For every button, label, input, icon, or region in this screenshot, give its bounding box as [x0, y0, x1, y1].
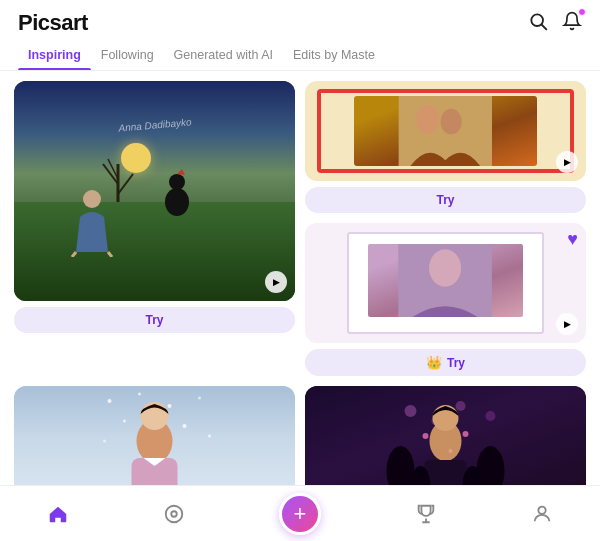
card-1[interactable]: Anna Dadibayko ▶ Try: [14, 81, 295, 376]
nav-explore[interactable]: [163, 503, 185, 525]
polaroid-photo: [368, 244, 522, 318]
card-3-play[interactable]: ▶: [556, 313, 578, 335]
svg-point-7: [169, 174, 185, 190]
svg-line-11: [108, 252, 112, 257]
svg-point-44: [538, 506, 545, 513]
polaroid-frame: [347, 232, 544, 334]
nav-tabs: Inspiring Following Generated with AI Ed…: [0, 42, 600, 71]
svg-point-23: [103, 440, 106, 443]
svg-marker-8: [177, 169, 185, 175]
header-icons: [528, 11, 582, 36]
tab-inspiring[interactable]: Inspiring: [18, 42, 91, 70]
svg-point-24: [208, 435, 211, 438]
svg-point-39: [423, 433, 429, 439]
card-2[interactable]: ▶ Try: [305, 81, 586, 213]
header: Picsart: [0, 0, 600, 42]
svg-point-28: [405, 405, 417, 417]
nav-home[interactable]: [47, 503, 69, 525]
svg-point-29: [456, 401, 466, 411]
card-2-image: ▶: [305, 81, 586, 181]
crown-icon: 👑: [426, 355, 442, 370]
svg-point-16: [429, 249, 461, 286]
card-1-image: Anna Dadibayko ▶: [14, 81, 295, 301]
card-2-play[interactable]: ▶: [556, 151, 578, 173]
add-button[interactable]: +: [279, 493, 321, 535]
card-3-try-button[interactable]: 👑 Try: [305, 349, 586, 376]
svg-point-9: [83, 190, 101, 208]
nav-trophy[interactable]: [415, 503, 437, 525]
search-icon[interactable]: [528, 11, 548, 36]
nav-profile[interactable]: [531, 503, 553, 525]
notification-badge: [578, 8, 586, 16]
tab-generated-ai[interactable]: Generated with AI: [164, 42, 283, 70]
svg-point-20: [198, 397, 201, 400]
photo-people: [354, 96, 537, 166]
app-logo: Picsart: [18, 10, 88, 36]
svg-point-21: [123, 420, 126, 423]
svg-point-41: [449, 449, 453, 453]
svg-point-13: [416, 105, 439, 133]
bottom-nav: +: [0, 485, 600, 541]
card-2-try-button[interactable]: Try: [305, 187, 586, 213]
tab-following[interactable]: Following: [91, 42, 164, 70]
svg-line-1: [542, 24, 547, 29]
notification-icon[interactable]: [562, 11, 582, 36]
tab-edits-by[interactable]: Edits by Maste: [283, 42, 385, 70]
svg-line-4: [118, 174, 133, 194]
svg-point-6: [165, 188, 189, 216]
card-3-try-label: Try: [447, 356, 465, 370]
svg-line-10: [72, 252, 76, 257]
svg-point-18: [138, 393, 141, 396]
card-3[interactable]: ♥ ▶ 👑 Try: [305, 223, 586, 376]
card-1-try-button[interactable]: Try: [14, 307, 295, 333]
svg-point-22: [183, 424, 187, 428]
svg-point-31: [486, 411, 496, 421]
content-grid: Anna Dadibayko ▶ Try ▶ Try ♥: [0, 71, 600, 516]
svg-point-19: [168, 404, 172, 408]
svg-point-40: [463, 431, 469, 437]
svg-point-14: [441, 109, 462, 135]
svg-point-42: [166, 505, 183, 522]
card-3-image: ♥ ▶: [305, 223, 586, 343]
svg-point-43: [171, 511, 177, 517]
svg-point-17: [108, 399, 112, 403]
card-1-play[interactable]: ▶: [265, 271, 287, 293]
heart-icon: ♥: [567, 229, 578, 250]
